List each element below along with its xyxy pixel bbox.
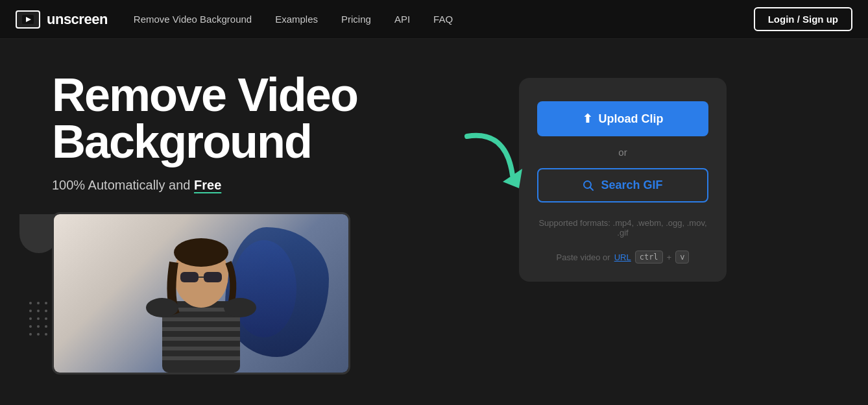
dot — [37, 302, 40, 304]
dot — [45, 317, 47, 320]
search-gif-button[interactable]: Search GIF — [537, 168, 708, 202]
nav-link-faq[interactable]: FAQ — [433, 14, 453, 25]
dot — [45, 333, 47, 336]
svg-rect-13 — [180, 272, 199, 282]
search-gif-label: Search GIF — [601, 178, 662, 192]
hero-subtitle: 100% Automatically and Free — [52, 178, 493, 193]
dot — [37, 333, 40, 336]
or-divider: or — [618, 147, 627, 158]
dot — [45, 302, 47, 304]
person-silhouette — [136, 217, 266, 373]
dot — [45, 310, 47, 312]
upload-card: ⬆ Upload Clip or Search GIF Supported fo… — [519, 78, 727, 282]
nav-link-api[interactable]: API — [394, 14, 410, 25]
upload-clip-label: Upload Clip — [599, 112, 664, 126]
svg-line-19 — [590, 187, 594, 190]
dot — [45, 325, 47, 328]
play-icon — [22, 15, 34, 24]
kbd-ctrl: ctrl — [635, 251, 663, 264]
paste-label: Paste video or — [557, 252, 610, 262]
dot — [29, 310, 32, 312]
svg-rect-8 — [162, 347, 240, 350]
paste-url-link[interactable]: URL — [614, 252, 631, 262]
left-section: Remove Video Background 100% Automatical… — [52, 71, 493, 374]
logo-icon — [16, 10, 40, 29]
nav-link-examples[interactable]: Examples — [275, 14, 318, 25]
arrow-decoration — [454, 123, 532, 201]
video-preview — [52, 212, 350, 374]
dot — [37, 310, 40, 312]
svg-point-12 — [174, 238, 228, 267]
paste-row: Paste video or URL ctrl + v — [557, 251, 690, 264]
kbd-v: v — [675, 251, 689, 264]
dot — [29, 333, 32, 336]
svg-rect-14 — [204, 272, 222, 282]
nav-link-pricing[interactable]: Pricing — [341, 14, 371, 25]
svg-point-16 — [146, 298, 178, 317]
dot — [29, 325, 32, 328]
upload-icon: ⬆ — [583, 112, 592, 126]
dot — [29, 317, 32, 320]
hero-title: Remove Video Background — [52, 71, 493, 165]
logo-text: unscreen — [47, 11, 108, 28]
nav-right: Login / Sign up — [754, 7, 852, 31]
svg-point-17 — [224, 298, 256, 317]
video-placeholder — [54, 214, 348, 373]
arrow-icon — [454, 123, 532, 201]
search-icon — [583, 180, 594, 191]
dot — [37, 325, 40, 328]
svg-rect-9 — [162, 356, 240, 360]
right-section: ⬆ Upload Clip or Search GIF Supported fo… — [519, 78, 727, 282]
dot — [37, 317, 40, 320]
kbd-plus: + — [667, 252, 672, 262]
hero-title-line2: Background — [52, 118, 493, 165]
hero-title-line1: Remove Video — [52, 71, 493, 118]
nav-link-remove-video-bg[interactable]: Remove Video Background — [134, 14, 252, 25]
dot — [29, 302, 32, 304]
logo-area[interactable]: unscreen — [16, 10, 108, 29]
supported-formats: Supported formats: .mp4, .webm, .ogg, .m… — [537, 218, 708, 238]
nav-links: Remove Video Background Examples Pricing… — [134, 14, 754, 25]
svg-rect-5 — [162, 317, 240, 321]
free-label: Free — [194, 178, 221, 192]
svg-rect-6 — [162, 327, 240, 331]
login-button[interactable]: Login / Sign up — [754, 7, 852, 31]
main-content: Remove Video Background 100% Automatical… — [0, 39, 868, 374]
svg-rect-7 — [162, 337, 240, 341]
navbar: unscreen Remove Video Background Example… — [0, 0, 868, 39]
upload-clip-button[interactable]: ⬆ Upload Clip — [537, 101, 708, 136]
